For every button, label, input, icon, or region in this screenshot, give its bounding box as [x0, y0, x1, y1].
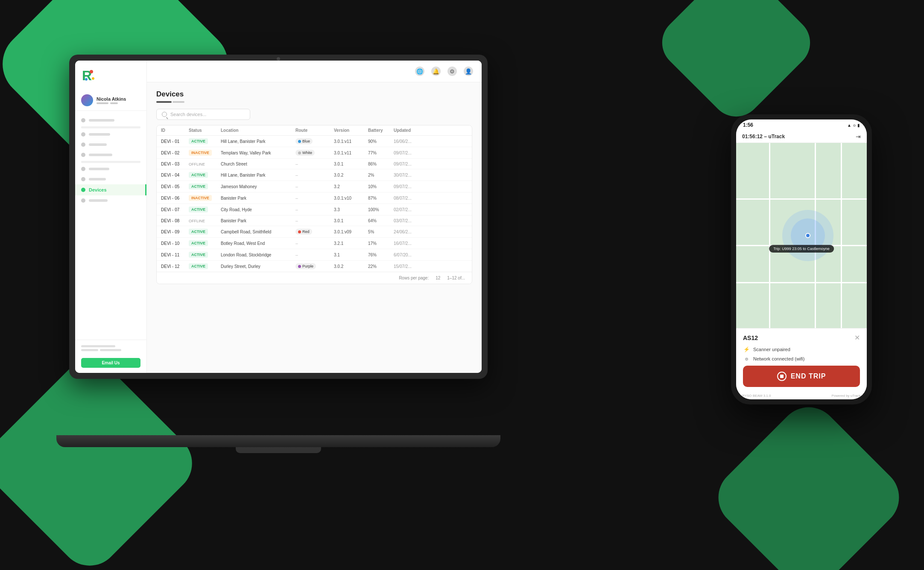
nav-dot-4 — [81, 153, 85, 157]
cell-id: DEVI - 11 — [161, 253, 189, 257]
table-row[interactable]: DEVI - 06 INACTIVE Banister Park – 3.0.1… — [157, 192, 472, 204]
cell-updated: 02/07/2... — [394, 207, 428, 212]
table-row[interactable]: DEVI - 11 ACTIVE London Road, Stockbridg… — [157, 249, 472, 261]
email-us-button[interactable]: Email Us — [81, 358, 140, 368]
cell-location: Templars Way, Valley Park — [221, 151, 295, 155]
table-row[interactable]: DEVI - 07 ACTIVE City Road, Hyde – 3.3 1… — [157, 204, 472, 215]
user-icon[interactable]: 👤 — [464, 67, 473, 76]
cell-route: – — [295, 161, 334, 166]
cell-battery: 77% — [368, 151, 394, 155]
table-row[interactable]: DEVI - 02 INACTIVE Templars Way, Valley … — [157, 147, 472, 159]
cell-location: Jameson Mahoney — [221, 184, 295, 189]
nav-dot-devices — [81, 188, 85, 192]
cell-id: DEVI - 03 — [161, 162, 189, 166]
col-location: Location — [221, 128, 295, 133]
network-row: ⌾ Network connected (wifi) — [743, 355, 860, 362]
device-id: AS12 — [743, 334, 758, 341]
nav-label-8 — [89, 199, 108, 202]
cell-battery: 2% — [368, 173, 394, 177]
nav-label-5 — [89, 168, 109, 170]
bell-icon[interactable]: 🔔 — [431, 67, 441, 76]
cell-route: – — [295, 207, 334, 212]
svg-point-3 — [92, 77, 94, 80]
main-content: 🌐 🔔 ⚙ 👤 Devices Search device — [147, 61, 482, 373]
cell-location: Church Street — [221, 162, 295, 166]
sidebar-item-1[interactable] — [75, 115, 146, 125]
phone-bottom-panel: AS12 ✕ ⚡ Scanner unpaired ⌾ Network conn… — [736, 328, 867, 392]
cell-version: 3.3 — [334, 207, 368, 212]
sidebar-item-4[interactable] — [75, 150, 146, 160]
nav-items: Devices — [75, 111, 146, 340]
cell-updated: 09/07/2... — [394, 184, 428, 189]
cell-route: Blue — [295, 138, 334, 144]
wifi-status-icon: ⌾ — [743, 355, 750, 362]
table-row[interactable]: DEVI - 01 ACTIVE Hill Lane, Banister Par… — [157, 136, 472, 147]
nav-dot-2 — [81, 132, 85, 137]
table-row[interactable]: DEVI - 12 ACTIVE Durley Street, Durley P… — [157, 261, 472, 272]
phone-screen: 1:56 ▲ ⌾ ▮ 01:56:12 – uTrack ⇥ — [736, 119, 867, 399]
col-updated: Updated — [394, 128, 428, 133]
sidebar-item-2[interactable] — [75, 129, 146, 140]
cell-id: DEVI - 04 — [161, 173, 189, 177]
cell-status: INACTIVE — [189, 195, 221, 201]
search-bar[interactable]: Search devices... — [156, 109, 250, 120]
cell-route: – — [295, 252, 334, 257]
table-row[interactable]: DEVI - 04 ACTIVE Hill Lane, Banister Par… — [157, 169, 472, 181]
cell-version: 3.0.1:v11 — [334, 139, 368, 144]
map-road-h3 — [736, 282, 867, 283]
export-icon[interactable]: ⇥ — [856, 133, 861, 140]
sidebar-item-3[interactable] — [75, 140, 146, 150]
cell-version: 3.0.1:v10 — [334, 196, 368, 201]
table-footer: Rows per page: 12 1–12 of... — [157, 272, 472, 284]
nav-label-devices: Devices — [89, 187, 107, 192]
close-button[interactable]: ✕ — [854, 334, 860, 342]
nav-label-4 — [89, 154, 112, 156]
map-trip-tooltip: Trip: U999 23:05 to Castlemoyne — [769, 245, 834, 253]
gear-icon[interactable]: ⚙ — [447, 67, 457, 76]
cell-updated: 6/07/20... — [394, 253, 428, 257]
phone-status-bar: 1:56 ▲ ⌾ ▮ — [736, 119, 867, 131]
cell-status: ACTIVE — [189, 206, 221, 212]
phone-time: 1:56 — [743, 122, 753, 128]
nav-dot-6 — [81, 177, 85, 181]
search-placeholder: Search devices... — [170, 112, 206, 117]
col-status: Status — [189, 128, 221, 133]
map-road-v3 — [841, 143, 842, 328]
cell-location: City Road, Hyde — [221, 207, 295, 212]
phone-footer-right: Powered by uTrack — [831, 394, 861, 398]
cell-updated: 15/07/2... — [394, 264, 428, 269]
page-title: Devices — [156, 90, 472, 99]
cell-updated: 16/06/2... — [394, 139, 428, 144]
table-row[interactable]: DEVI - 08 OFFLINE Banister Park – 3.0.1 … — [157, 215, 472, 226]
cell-battery: 86% — [368, 162, 394, 166]
phone-header: 01:56:12 – uTrack ⇥ — [736, 131, 867, 143]
sidebar-item-8[interactable] — [75, 195, 146, 206]
sidebar-item-devices[interactable]: Devices — [75, 184, 146, 195]
cell-status: ACTIVE — [189, 138, 221, 144]
cell-battery: 22% — [368, 264, 394, 269]
cell-updated: 09/07/2... — [394, 151, 428, 155]
sidebar-item-5[interactable] — [75, 164, 146, 174]
cell-route: – — [295, 241, 334, 246]
map-road-v1 — [769, 143, 770, 328]
cell-location: Hill Lane, Banister Park — [221, 139, 295, 144]
table-row[interactable]: DEVI - 03 OFFLINE Church Street – 3.0.1 … — [157, 159, 472, 169]
tab-active[interactable] — [156, 101, 172, 103]
sidebar-logo: R — [75, 61, 146, 90]
cell-version: 3.0.1:v11 — [334, 151, 368, 155]
table-row[interactable]: DEVI - 09 ACTIVE Campbell Road, Smithfie… — [157, 226, 472, 238]
topbar: 🌐 🔔 ⚙ 👤 — [147, 61, 482, 82]
end-trip-button[interactable]: END TRIP — [743, 366, 860, 387]
table-row[interactable]: DEVI - 05 ACTIVE Jameson Mahoney – 3.2 1… — [157, 181, 472, 192]
cell-status: OFFLINE — [189, 218, 221, 223]
logo-icon: R — [82, 68, 140, 86]
cell-updated: 30/07/2... — [394, 173, 428, 177]
sidebar-item-6[interactable] — [75, 174, 146, 184]
rows-per-page-label: Rows per page: — [399, 276, 429, 280]
cell-updated: 09/07/2... — [394, 162, 428, 166]
table-row[interactable]: DEVI - 10 ACTIVE Botley Road, West End –… — [157, 238, 472, 249]
tab-inactive[interactable] — [173, 101, 184, 103]
globe-icon[interactable]: 🌐 — [415, 67, 424, 76]
laptop-base — [56, 435, 500, 447]
laptop-screen: R Nicola Atkins — [75, 61, 482, 373]
